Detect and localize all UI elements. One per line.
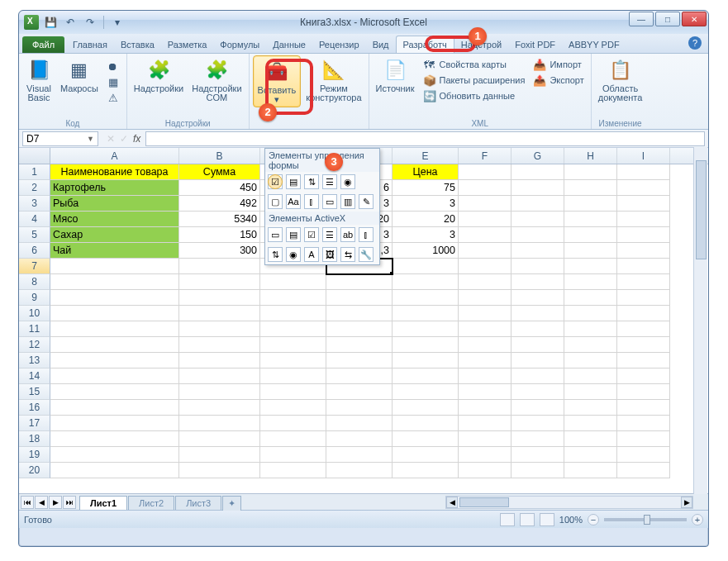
cell[interactable] — [393, 321, 459, 337]
row-header[interactable]: 12 — [19, 337, 50, 353]
cell[interactable] — [512, 400, 564, 416]
ax-button-icon[interactable]: ▭ — [268, 227, 283, 242]
cell[interactable] — [459, 353, 512, 368]
macros-button[interactable]: ▦ Макросы — [57, 55, 102, 95]
refresh-button[interactable]: 🔄Обновить данные — [420, 88, 529, 103]
cell[interactable] — [617, 164, 670, 180]
combo-control-icon[interactable]: ▤ — [286, 174, 301, 189]
cell[interactable] — [260, 368, 326, 384]
cell[interactable] — [512, 290, 564, 306]
fx-button[interactable]: fx — [133, 133, 140, 145]
cell[interactable] — [393, 463, 459, 478]
tab-insert[interactable]: Вставка — [114, 36, 161, 53]
record-macro-button[interactable]: ⏺ — [103, 59, 123, 74]
cell[interactable] — [179, 321, 260, 337]
cell[interactable]: 75 — [393, 180, 459, 196]
cell[interactable] — [50, 259, 179, 274]
document-panel-button[interactable]: 📋 Область документа — [595, 55, 646, 104]
cell[interactable] — [50, 274, 179, 290]
cell[interactable] — [326, 306, 393, 321]
cell[interactable]: Сумма — [179, 164, 260, 180]
tab-layout[interactable]: Разметка — [161, 36, 214, 53]
ax-more-icon[interactable]: 🔧 — [359, 247, 374, 262]
cell[interactable] — [459, 180, 512, 196]
cell[interactable] — [564, 306, 617, 321]
help-button[interactable]: ? — [688, 36, 702, 50]
cancel-icon[interactable]: ✕ — [107, 133, 115, 145]
cell[interactable] — [260, 400, 326, 416]
cell[interactable]: 5340 — [179, 212, 260, 227]
nav-last-button[interactable]: ⏭ — [63, 496, 76, 509]
cell[interactable] — [260, 431, 326, 447]
cell[interactable] — [512, 212, 564, 227]
cell[interactable] — [50, 384, 179, 400]
cell[interactable] — [179, 290, 260, 306]
row-header[interactable]: 1 — [19, 164, 50, 180]
row-header[interactable]: 19 — [19, 447, 50, 463]
cell[interactable] — [617, 447, 670, 463]
cell[interactable] — [179, 337, 260, 353]
cell[interactable] — [326, 431, 393, 447]
cell[interactable] — [393, 290, 459, 306]
cell[interactable] — [564, 227, 617, 243]
cell[interactable] — [326, 463, 393, 478]
textfield-control-icon[interactable]: ▭ — [322, 194, 337, 209]
scroll-thumb[interactable] — [696, 160, 707, 259]
normal-view-button[interactable] — [500, 513, 515, 526]
col-header[interactable]: I — [617, 148, 670, 164]
tab-data[interactable]: Данные — [266, 36, 312, 53]
cell[interactable] — [564, 212, 617, 227]
cell[interactable] — [512, 447, 564, 463]
cell[interactable] — [50, 431, 179, 447]
cell[interactable] — [393, 431, 459, 447]
col-header[interactable]: B — [179, 148, 260, 164]
cell[interactable] — [326, 400, 393, 416]
col-header[interactable]: G — [512, 148, 564, 164]
cell[interactable]: 1000 — [393, 243, 459, 259]
row-header[interactable]: 13 — [19, 353, 50, 368]
cell[interactable] — [50, 290, 179, 306]
cell[interactable] — [393, 400, 459, 416]
ax-label-icon[interactable]: A — [304, 247, 319, 262]
chevron-down-icon[interactable]: ▼ — [87, 135, 94, 143]
map-props-button[interactable]: 🗺Свойства карты — [420, 57, 529, 72]
row-header[interactable]: 10 — [19, 306, 50, 321]
row-header[interactable]: 15 — [19, 384, 50, 400]
zoom-in-button[interactable]: + — [692, 514, 703, 525]
new-sheet-button[interactable]: ✦ — [222, 496, 241, 511]
cell[interactable] — [260, 274, 326, 290]
cell[interactable] — [512, 243, 564, 259]
cell[interactable] — [459, 196, 512, 212]
cell[interactable] — [512, 384, 564, 400]
cell[interactable] — [459, 321, 512, 337]
cell[interactable] — [50, 306, 179, 321]
cell[interactable] — [617, 243, 670, 259]
cell[interactable]: 150 — [179, 227, 260, 243]
cell[interactable] — [564, 431, 617, 447]
row-header[interactable]: 2 — [19, 180, 50, 196]
row-header[interactable]: 16 — [19, 400, 50, 416]
cell[interactable] — [459, 212, 512, 227]
cell[interactable] — [617, 368, 670, 384]
col-header[interactable]: E — [393, 148, 459, 164]
cell[interactable] — [617, 196, 670, 212]
cell[interactable] — [179, 400, 260, 416]
row-header[interactable]: 11 — [19, 321, 50, 337]
tab-developer[interactable]: Разработч — [396, 36, 454, 53]
tab-formulas[interactable]: Формулы — [213, 36, 266, 53]
cell[interactable] — [564, 180, 617, 196]
cell[interactable] — [564, 353, 617, 368]
cell[interactable] — [564, 384, 617, 400]
cell[interactable] — [260, 306, 326, 321]
cell[interactable] — [512, 306, 564, 321]
design-mode-button[interactable]: 📐 Режим конструктора — [302, 55, 364, 104]
cell[interactable] — [326, 368, 393, 384]
edit-control-icon[interactable]: ✎ — [359, 194, 374, 209]
combo2-control-icon[interactable]: ▥ — [340, 194, 355, 209]
cell[interactable] — [326, 274, 393, 290]
ax-toggle-icon[interactable]: ⇆ — [340, 247, 355, 262]
cell[interactable] — [459, 431, 512, 447]
cell[interactable] — [459, 368, 512, 384]
cell[interactable] — [179, 368, 260, 384]
cell[interactable] — [179, 447, 260, 463]
